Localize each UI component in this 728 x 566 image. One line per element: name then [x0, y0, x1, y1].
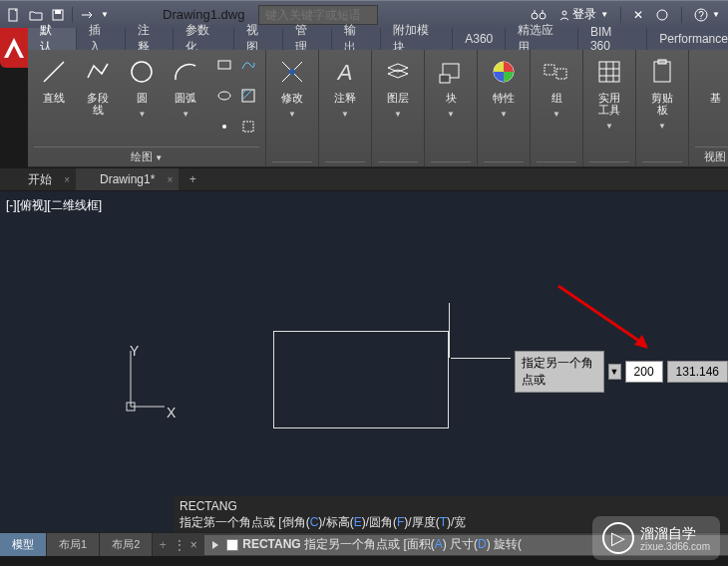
svg-rect-25: [545, 65, 554, 75]
ribbon-tabs: 默认 插入 注释 参数化 视图 管理 输出 附加模块 A360 精选应用 BIM…: [28, 28, 728, 50]
dynamic-dropdown-icon[interactable]: ▼: [608, 364, 621, 380]
file-tab-start[interactable]: 开始: [4, 168, 76, 190]
ucs-y-label: Y: [130, 343, 139, 359]
svg-line-15: [242, 90, 252, 100]
drawing-canvas[interactable]: [-][俯视][二维线框] Y X 指定另一个角点或 ▼ 200 131.146…: [0, 191, 728, 532]
svg-rect-23: [440, 75, 450, 83]
tab-featured[interactable]: 精选应用: [506, 28, 578, 50]
properties-button[interactable]: 特性▼: [484, 54, 524, 159]
tab-default[interactable]: 默认: [28, 28, 77, 50]
panel-group: 组▼: [531, 50, 583, 166]
ucs-x-label: X: [167, 405, 176, 421]
hatch-icon[interactable]: [237, 85, 259, 107]
panel-utilities: 实用工具▼: [583, 50, 636, 166]
region-icon[interactable]: [237, 116, 259, 138]
crosshair-horizontal: [451, 358, 511, 359]
a360-icon[interactable]: [651, 6, 673, 24]
svg-rect-17: [243, 122, 253, 132]
history-toggle-icon[interactable]: ⋮: [173, 538, 186, 552]
play-icon: ▷: [602, 522, 634, 554]
add-tab-icon[interactable]: +: [182, 169, 202, 189]
tab-annotate[interactable]: 注释: [126, 28, 175, 50]
svg-rect-11: [218, 61, 230, 69]
panel-label-clipboard: [642, 161, 682, 164]
spline-icon[interactable]: [237, 54, 259, 76]
panel-label-group: [537, 161, 576, 164]
svg-line-37: [558, 286, 646, 346]
layout-tab-2[interactable]: 布局2: [100, 533, 153, 556]
layer-button[interactable]: 图层▼: [378, 54, 418, 159]
tab-bim360[interactable]: BIM 360: [578, 28, 647, 50]
tab-performance[interactable]: Performance: [647, 28, 728, 50]
tab-insert[interactable]: 插入: [77, 28, 126, 50]
svg-rect-26: [556, 69, 566, 79]
layout-tabs: 模型 布局1 布局2 +: [0, 533, 173, 556]
file-tab-drawing[interactable]: Drawing1*: [76, 168, 179, 190]
svg-point-4: [540, 13, 546, 19]
crosshair-vertical: [449, 303, 450, 358]
layout-add-icon[interactable]: +: [153, 533, 173, 556]
help-icon[interactable]: ?▼: [690, 6, 724, 24]
command-rect-icon: [226, 539, 238, 551]
svg-point-12: [218, 92, 230, 100]
svg-point-16: [222, 125, 226, 129]
rect-icon[interactable]: [213, 54, 235, 76]
tab-view[interactable]: 视图: [234, 28, 283, 50]
dynamic-input-width[interactable]: 200: [625, 361, 663, 383]
layout-tab-model[interactable]: 模型: [0, 533, 47, 556]
tab-a360[interactable]: A360: [453, 28, 506, 50]
panel-annotation: A注释▼: [319, 50, 372, 166]
block-button[interactable]: 块▼: [431, 54, 471, 159]
line-button[interactable]: 直线: [34, 54, 74, 144]
panel-modify: 修改▼: [266, 50, 319, 166]
exchange-icon[interactable]: ✕: [629, 6, 647, 24]
polyline-button[interactable]: 多段线: [78, 54, 119, 144]
panel-base: 基 视图: [689, 50, 728, 166]
annotation-button[interactable]: A注释▼: [325, 54, 365, 159]
svg-rect-2: [55, 10, 61, 14]
arc-button[interactable]: 圆弧▼: [166, 54, 205, 144]
close-cmd-icon[interactable]: ×: [186, 538, 200, 552]
panel-label-utilities: [589, 161, 629, 164]
svg-text:?: ?: [698, 10, 704, 21]
watermark-url: zixue.3d66.com: [640, 541, 710, 552]
svg-line-14: [242, 90, 246, 94]
tab-manage[interactable]: 管理: [283, 28, 332, 50]
point-icon[interactable]: [213, 116, 235, 138]
ellipse-icon[interactable]: [213, 85, 235, 107]
panel-clipboard: 剪贴板▼: [636, 50, 689, 166]
app-logo[interactable]: [0, 28, 28, 68]
svg-rect-27: [599, 62, 619, 82]
svg-point-6: [657, 10, 667, 20]
clipboard-button[interactable]: 剪贴板▼: [642, 54, 682, 159]
layout-tab-1[interactable]: 布局1: [47, 533, 100, 556]
circle-button[interactable]: 圆▼: [123, 54, 163, 144]
panel-label-draw[interactable]: 绘图: [34, 146, 259, 164]
ribbon-row: 默认 插入 注释 参数化 视图 管理 输出 附加模块 A360 精选应用 BIM…: [0, 28, 728, 167]
tab-output[interactable]: 输出: [332, 28, 381, 50]
svg-rect-32: [654, 62, 670, 82]
modify-button[interactable]: 修改▼: [272, 54, 312, 159]
svg-point-3: [532, 13, 538, 19]
new-icon[interactable]: [4, 5, 24, 25]
dynamic-input-height[interactable]: 131.146: [667, 361, 728, 383]
command-prompt: RECTANG 指定另一个角点或 [面积(A) 尺寸(D) 旋转(: [242, 536, 522, 553]
binoculars-icon[interactable]: [527, 6, 550, 24]
annotation-arrow: [548, 281, 658, 356]
panel-label-modify: [272, 161, 312, 164]
tab-addins[interactable]: 附加模块: [381, 28, 454, 50]
rectangle-preview: [273, 331, 449, 428]
file-tabs: 开始 Drawing1* +: [0, 167, 728, 191]
svg-point-10: [132, 62, 152, 82]
dynamic-prompt: 指定另一个角点或: [515, 351, 604, 393]
window-title: Drawing1.dwg: [163, 7, 244, 22]
tab-parametric[interactable]: 参数化: [174, 28, 234, 50]
dynamic-input: 指定另一个角点或 ▼ 200 131.146: [515, 351, 728, 393]
base-button[interactable]: 基: [695, 54, 728, 144]
svg-line-9: [44, 62, 64, 82]
svg-point-20: [289, 69, 295, 75]
utilities-button[interactable]: 实用工具▼: [589, 54, 629, 159]
cmd-arrow-icon[interactable]: [208, 538, 222, 552]
viewport-label[interactable]: [-][俯视][二维线框]: [6, 197, 102, 214]
group-button[interactable]: 组▼: [537, 54, 576, 159]
